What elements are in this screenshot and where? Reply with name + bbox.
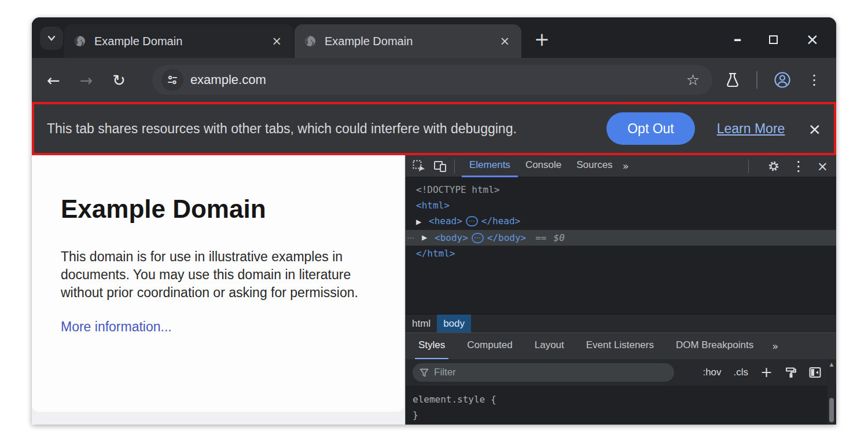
tab-close-icon[interactable]: ×: [269, 34, 284, 48]
dom-tree: <!DOCTYPE html> <html> ▶<head>⋯</head> ⋯…: [406, 177, 836, 314]
reload-icon[interactable]: ↻: [112, 71, 126, 89]
page-viewport: Example Domain This domain is for use in…: [32, 155, 405, 425]
globe-favicon-icon: [73, 35, 86, 47]
devtools-divider: [454, 159, 455, 173]
scrollbar-thumb[interactable]: [829, 398, 834, 422]
tab-computed[interactable]: Computed: [464, 333, 516, 360]
page-title: Example Domain: [61, 195, 404, 224]
dom-doctype[interactable]: <!DOCTYPE html>: [406, 182, 836, 198]
devtools-tab-elements[interactable]: Elements: [462, 155, 518, 177]
learn-more-link[interactable]: Learn More: [717, 121, 785, 137]
devtools-panel: Elements Console Sources » ⋮ ×: [405, 155, 836, 425]
minimize-button[interactable]: –: [733, 34, 741, 45]
devtools-topbar: Elements Console Sources » ⋮ ×: [406, 155, 836, 177]
panel-toggle-icon[interactable]: [809, 367, 821, 378]
toolbar-divider: [756, 71, 757, 89]
tab-title: Example Domain: [325, 35, 497, 48]
maximize-button[interactable]: [769, 35, 778, 44]
new-style-rule-button[interactable]: +: [760, 367, 773, 378]
scroll-up-icon[interactable]: ▲: [827, 361, 836, 367]
filter-placeholder: Filter: [434, 367, 456, 378]
bookmark-star-icon[interactable]: ☆: [686, 71, 700, 89]
tab-title: Example Domain: [94, 35, 269, 48]
chevron-down-icon: [46, 32, 57, 44]
page-paragraph: This domain is for use in illustrative e…: [61, 248, 378, 302]
devtools-tab-console[interactable]: Console: [518, 155, 569, 177]
experiments-flask-icon[interactable]: [725, 72, 740, 88]
breadcrumb-body[interactable]: body: [437, 315, 471, 333]
element-style-close-brace: }: [413, 407, 836, 423]
devtools-menu-icon[interactable]: ⋮: [792, 158, 806, 174]
filter-funnel-icon: [420, 368, 429, 377]
guide-dots: ⋯: [407, 230, 422, 246]
dom-head-row[interactable]: ▶<head>⋯</head>: [406, 213, 836, 230]
toolbar-right: ⋮: [725, 71, 821, 89]
dom-body-row-selected[interactable]: ⋯▶<body>⋯</body>==$0: [406, 230, 836, 246]
class-toggle[interactable]: .cls: [734, 367, 749, 378]
tab-layout[interactable]: Layout: [531, 333, 568, 360]
tab-2-active[interactable]: Example Domain ×: [295, 24, 521, 58]
rendering-brush-icon[interactable]: [785, 367, 797, 378]
sharing-infobar: This tab shares resources with other tab…: [32, 102, 836, 155]
tab-search-button[interactable]: [40, 27, 63, 50]
tab-dom-breakpoints[interactable]: DOM Breakpoints: [672, 333, 757, 360]
more-tabs-icon[interactable]: »: [623, 160, 629, 172]
dom-html-open[interactable]: <html>: [406, 198, 836, 213]
browser-window: Example Domain × Example Domain × + – × …: [32, 17, 836, 425]
styles-scrollbar[interactable]: ▲: [827, 360, 836, 425]
browser-toolbar: ← → ↻ example.com ☆: [32, 58, 836, 102]
dom-html-close[interactable]: </html>: [406, 246, 836, 261]
expand-arrow-icon[interactable]: ▶: [422, 230, 435, 246]
tab-1[interactable]: Example Domain ×: [64, 24, 293, 58]
hover-state-toggle[interactable]: :hov: [703, 367, 721, 378]
inline-expand-icon[interactable]: ⋯: [472, 233, 484, 243]
styles-pane[interactable]: element.style { }: [406, 386, 836, 425]
back-icon[interactable]: ←: [47, 71, 60, 89]
inspect-element-icon[interactable]: [413, 160, 425, 173]
tab-event-listeners[interactable]: Event Listeners: [583, 333, 657, 360]
devtools-tab-sources[interactable]: Sources: [569, 155, 620, 177]
address-bar[interactable]: example.com ☆: [152, 65, 712, 95]
styles-filter-input[interactable]: Filter: [413, 363, 674, 382]
settings-gear-icon[interactable]: [767, 160, 780, 173]
globe-favicon-icon: [304, 35, 317, 47]
styles-tab-bar: Styles Computed Layout Event Listeners D…: [406, 332, 836, 359]
element-style-rule[interactable]: element.style {: [413, 392, 836, 407]
device-toolbar-icon[interactable]: [433, 160, 447, 173]
opt-out-button[interactable]: Opt Out: [606, 112, 695, 145]
page-card: Example Domain This domain is for use in…: [32, 155, 404, 412]
styles-filter-row: Filter :hov .cls +: [406, 359, 836, 386]
dom-breadcrumb: html body: [406, 314, 836, 332]
more-information-link[interactable]: More information...: [61, 319, 172, 335]
infobar-message: This tab shares resources with other tab…: [47, 121, 517, 137]
window-controls: – ×: [733, 30, 819, 49]
tab-strip: Example Domain × Example Domain × + – ×: [32, 17, 836, 58]
tab-styles[interactable]: Styles: [415, 333, 448, 360]
console-ref: $0: [554, 230, 565, 246]
new-tab-button[interactable]: +: [534, 30, 550, 49]
devtools-close-icon[interactable]: ×: [817, 159, 828, 174]
more-sidebar-tabs-icon[interactable]: »: [772, 340, 778, 352]
content-area: Example Domain This domain is for use in…: [32, 155, 836, 425]
forward-icon[interactable]: →: [80, 71, 93, 89]
tab-close-icon[interactable]: ×: [497, 34, 512, 48]
inline-expand-icon[interactable]: ⋯: [466, 216, 478, 226]
browser-menu-icon[interactable]: ⋮: [807, 72, 821, 88]
breadcrumb-html[interactable]: html: [406, 315, 437, 333]
site-settings-icon[interactable]: [161, 69, 183, 91]
infobar-close-icon[interactable]: ×: [808, 120, 821, 138]
devtools-divider: [748, 159, 749, 173]
window-close-button[interactable]: ×: [806, 32, 819, 46]
expand-arrow-icon[interactable]: ▶: [416, 214, 429, 230]
profile-icon[interactable]: [774, 71, 791, 89]
url-text[interactable]: example.com: [190, 72, 686, 87]
